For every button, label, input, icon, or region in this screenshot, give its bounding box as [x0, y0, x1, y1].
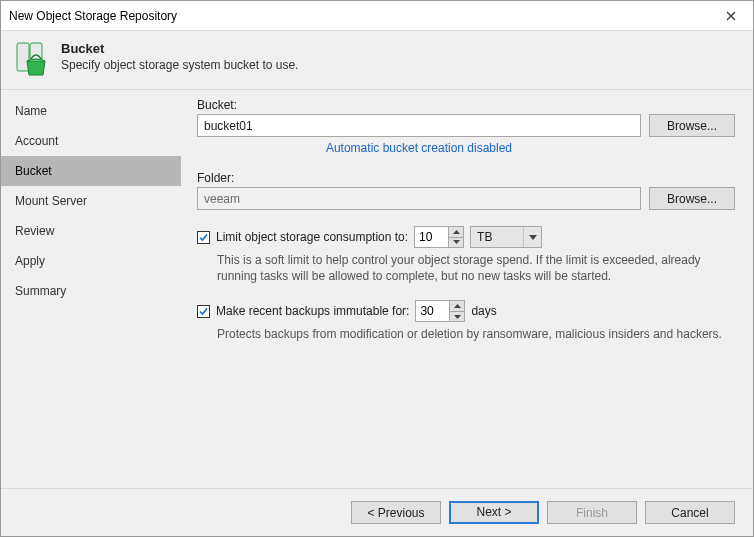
limit-value-input[interactable] [414, 226, 448, 248]
previous-button[interactable]: < Previous [351, 501, 441, 524]
immutable-block: Make recent backups immutable for: days … [197, 300, 735, 342]
bucket-input[interactable] [197, 114, 641, 137]
page-title: Bucket [61, 41, 298, 56]
immutable-value-input[interactable] [415, 300, 449, 322]
window-title: New Object Storage Repository [9, 9, 708, 23]
sidebar-item-apply[interactable]: Apply [1, 246, 181, 276]
limit-unit-combo[interactable]: TB [470, 226, 542, 248]
bucket-block: Bucket: Browse... Automatic bucket creat… [197, 98, 735, 155]
sidebar-item-summary[interactable]: Summary [1, 276, 181, 306]
folder-input[interactable] [197, 187, 641, 210]
dialog-footer: < Previous Next > Finish Cancel [1, 488, 753, 536]
limit-step-down[interactable] [449, 237, 463, 248]
close-button[interactable] [708, 1, 753, 30]
immutable-unit: days [471, 304, 496, 318]
immutable-help-text: Protects backups from modification or de… [217, 326, 735, 342]
folder-browse-button[interactable]: Browse... [649, 187, 735, 210]
folder-block: Folder: Browse... [197, 171, 735, 210]
folder-label: Folder: [197, 171, 735, 185]
sidebar-item-review[interactable]: Review [1, 216, 181, 246]
immutable-label: Make recent backups immutable for: [216, 304, 409, 318]
immutable-value-stepper[interactable] [415, 300, 465, 322]
bucket-browse-button[interactable]: Browse... [649, 114, 735, 137]
svg-rect-0 [17, 43, 29, 71]
next-button[interactable]: Next > [449, 501, 539, 524]
chevron-up-icon [454, 304, 461, 308]
page-subtitle: Specify object storage system bucket to … [61, 58, 298, 72]
limit-value-stepper[interactable] [414, 226, 464, 248]
header-band: Bucket Specify object storage system buc… [1, 31, 753, 90]
chevron-down-icon [454, 315, 461, 319]
limit-unit-arrow[interactable] [523, 227, 541, 247]
bucket-icon [15, 41, 51, 77]
finish-button: Finish [547, 501, 637, 524]
limit-step-up[interactable] [449, 227, 463, 237]
check-icon [198, 232, 209, 243]
dialog-body: Name Account Bucket Mount Server Review … [1, 90, 753, 488]
close-icon [726, 11, 736, 21]
immutable-checkbox[interactable] [197, 305, 210, 318]
immutable-step-up[interactable] [450, 301, 464, 311]
sidebar-item-bucket[interactable]: Bucket [1, 156, 181, 186]
chevron-down-icon [453, 240, 460, 244]
titlebar: New Object Storage Repository [1, 1, 753, 31]
content-pane: Bucket: Browse... Automatic bucket creat… [181, 90, 753, 488]
sidebar-item-name[interactable]: Name [1, 96, 181, 126]
bucket-label: Bucket: [197, 98, 735, 112]
wizard-sidebar: Name Account Bucket Mount Server Review … [1, 90, 181, 488]
sidebar-item-mount-server[interactable]: Mount Server [1, 186, 181, 216]
check-icon [198, 306, 209, 317]
limit-help-text: This is a soft limit to help control you… [217, 252, 735, 284]
dialog-window: New Object Storage Repository Bucket Spe… [0, 0, 754, 537]
chevron-up-icon [453, 230, 460, 234]
limit-unit-value: TB [471, 227, 523, 247]
cancel-button[interactable]: Cancel [645, 501, 735, 524]
chevron-down-icon [529, 235, 537, 240]
sidebar-item-account[interactable]: Account [1, 126, 181, 156]
immutable-step-down[interactable] [450, 311, 464, 322]
limit-checkbox[interactable] [197, 231, 210, 244]
limit-label: Limit object storage consumption to: [216, 230, 408, 244]
auto-bucket-hint[interactable]: Automatic bucket creation disabled [197, 141, 641, 155]
limit-block: Limit object storage consumption to: TB … [197, 226, 735, 284]
